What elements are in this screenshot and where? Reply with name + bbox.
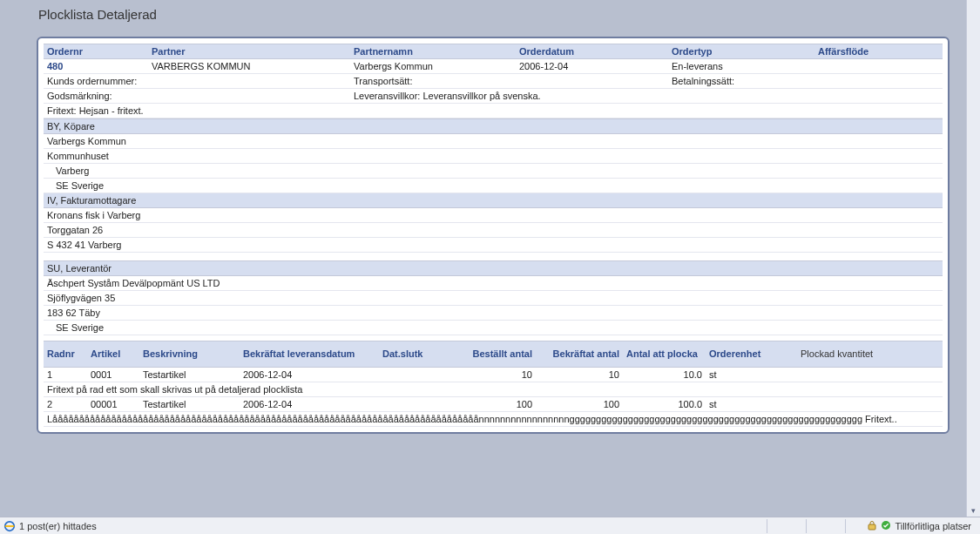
status-divider xyxy=(767,519,767,533)
lines-table: Radnr Artikel Beskrivning Bekräftat leve… xyxy=(44,341,943,427)
label-transportsatt: Transportsätt: xyxy=(350,74,668,89)
cell-plocka: 100.0 xyxy=(623,396,706,411)
status-divider xyxy=(845,519,846,533)
val-ordernr: 480 xyxy=(44,59,148,74)
col-orderdatum[interactable]: Orderdatum xyxy=(516,44,668,59)
order-subrow-3: Fritext: Hejsan - fritext. xyxy=(44,104,943,118)
val-affarsflode xyxy=(814,59,943,74)
val-partner: VARBERGS KOMMUN xyxy=(148,59,350,74)
status-text: 1 post(er) hittades xyxy=(19,521,97,531)
col-artikel[interactable]: Artikel xyxy=(87,341,139,367)
party-by-line: SE Sverige xyxy=(44,179,943,193)
status-trusted: Tillförlitliga platser xyxy=(895,521,971,531)
cell-beskrivning: Testartikel xyxy=(139,396,240,411)
tick-icon xyxy=(881,520,891,532)
col-radnr[interactable]: Radnr xyxy=(44,341,87,367)
table-row: 2 00001 Testartikel 2006-12-04 100 100 1… xyxy=(44,396,943,411)
label-betalningssatt: Betalningssätt: xyxy=(668,74,943,89)
cell-bekraftat: 10 xyxy=(536,367,623,382)
ie-icon xyxy=(3,520,16,532)
cell-bekrlev: 2006-12-04 xyxy=(240,396,379,411)
cell-artikel: 00001 xyxy=(87,396,139,411)
val-partnernamn: Varbergs Kommun xyxy=(350,59,516,74)
cell-artikel: 0001 xyxy=(87,367,139,382)
col-affarsflode[interactable]: Affärsflöde xyxy=(814,44,943,59)
party-su-line: Äschpert Syståm Devälpopmänt US LTD xyxy=(44,276,943,291)
label-kunds-ordernummer: Kunds ordernummer: xyxy=(44,74,350,89)
val-orderdatum: 2006-12-04 xyxy=(516,59,668,74)
cell-orderenhet: st xyxy=(706,367,797,382)
col-bestallt-antal[interactable]: Beställt antal xyxy=(449,341,536,367)
cell-plocka: 10.0 xyxy=(623,367,706,382)
col-plockad-kvantitet[interactable]: Plockad kvantitet xyxy=(797,341,943,367)
cell-beskrivning: Testartikel xyxy=(139,367,240,382)
lines-header-row: Radnr Artikel Beskrivning Bekräftat leve… xyxy=(44,341,943,367)
page-title: Plocklista Detaljerad xyxy=(0,0,980,30)
line-fritext-row: Lååååååååååååååååååååååååååååååååååååååå… xyxy=(44,411,943,426)
line-fritext-row: Fritext på rad ett som skall skrivas ut … xyxy=(44,382,943,396)
detail-panel: Ordernr Partner Partnernamn Orderdatum O… xyxy=(37,37,950,434)
party-su-line: Sjöflygvägen 35 xyxy=(44,291,943,306)
cell-radnr: 2 xyxy=(44,396,87,411)
cell-bekraftat: 100 xyxy=(536,396,623,411)
order-subrow-2: Godsmärkning: Leveransvillkor: Leveransv… xyxy=(44,89,943,104)
table-row: 1 0001 Testartikel 2006-12-04 10 10 10.0… xyxy=(44,367,943,382)
cell-plockadkv xyxy=(797,396,943,411)
label-godsmarkning: Godsmärkning: xyxy=(44,89,350,104)
cell-bestallt: 10 xyxy=(449,367,536,382)
cell-datslutk xyxy=(379,367,449,382)
cell-plockadkv xyxy=(797,367,943,382)
order-header-row: Ordernr Partner Partnernamn Orderdatum O… xyxy=(44,44,943,59)
col-ordertyp[interactable]: Ordertyp xyxy=(668,44,814,59)
cell-bestallt: 100 xyxy=(449,396,536,411)
col-bekraftat-leveransdatum[interactable]: Bekräftat leveransdatum xyxy=(240,341,379,367)
party-by-line: Kommunhuset xyxy=(44,149,943,164)
cell-bekrlev: 2006-12-04 xyxy=(240,367,379,382)
cell-radnr: 1 xyxy=(44,367,87,382)
col-beskrivning[interactable]: Beskrivning xyxy=(139,341,240,367)
party-iv-header: IV, Fakturamottagare xyxy=(44,193,943,208)
party-su-line: SE Sverige xyxy=(44,321,943,335)
col-ordernr[interactable]: Ordernr xyxy=(44,44,148,59)
party-by-line: Varbergs Kommun xyxy=(44,134,943,149)
col-partnernamn[interactable]: Partnernamn xyxy=(350,44,516,59)
col-bekraftat-antal[interactable]: Bekräftat antal xyxy=(536,341,623,367)
vertical-scrollbar[interactable]: ▾ xyxy=(966,0,980,517)
status-divider xyxy=(806,519,807,533)
line-fritext: Lååååååååååååååååååååååååååååååååååååååå… xyxy=(44,411,943,426)
col-partner[interactable]: Partner xyxy=(148,44,350,59)
line-fritext: Fritext på rad ett som skall skrivas ut … xyxy=(44,382,943,396)
party-su-header: SU, Leverantör xyxy=(44,261,943,276)
order-values-row: 480 VARBERGS KOMMUN Varbergs Kommun 2006… xyxy=(44,59,943,74)
col-dat-slutk[interactable]: Dat.slutk xyxy=(379,341,449,367)
party-table: BY, Köpare Varbergs Kommun Kommunhuset V… xyxy=(44,118,943,341)
col-orderenhet[interactable]: Orderenhet xyxy=(706,341,797,367)
svg-rect-1 xyxy=(868,524,875,530)
col-antal-att-plocka[interactable]: Antal att plocka xyxy=(623,341,706,367)
party-iv-line: Kronans fisk i Varberg xyxy=(44,208,943,223)
party-iv-line: S 432 41 Varberg xyxy=(44,238,943,253)
party-by-header: BY, Köpare xyxy=(44,119,943,134)
order-subrow-1: Kunds ordernummer: Transportsätt: Betaln… xyxy=(44,74,943,89)
scroll-down-icon[interactable]: ▾ xyxy=(971,506,976,515)
lock-icon xyxy=(867,520,877,532)
label-fritext: Fritext: Hejsan - fritext. xyxy=(44,104,943,118)
label-leveransvillkor: Leveransvillkor: Leveransvillkor på sven… xyxy=(350,89,943,104)
party-su-line: 183 62 Täby xyxy=(44,306,943,321)
status-bar: 1 post(er) hittades Tillförlitliga plats… xyxy=(0,517,980,534)
cell-datslutk xyxy=(379,396,449,411)
cell-orderenhet: st xyxy=(706,396,797,411)
val-ordertyp: En-leverans xyxy=(668,59,814,74)
order-header-table: Ordernr Partner Partnernamn Orderdatum O… xyxy=(44,44,943,118)
party-by-line: Varberg xyxy=(44,164,943,179)
party-iv-line: Torggatan 26 xyxy=(44,223,943,238)
